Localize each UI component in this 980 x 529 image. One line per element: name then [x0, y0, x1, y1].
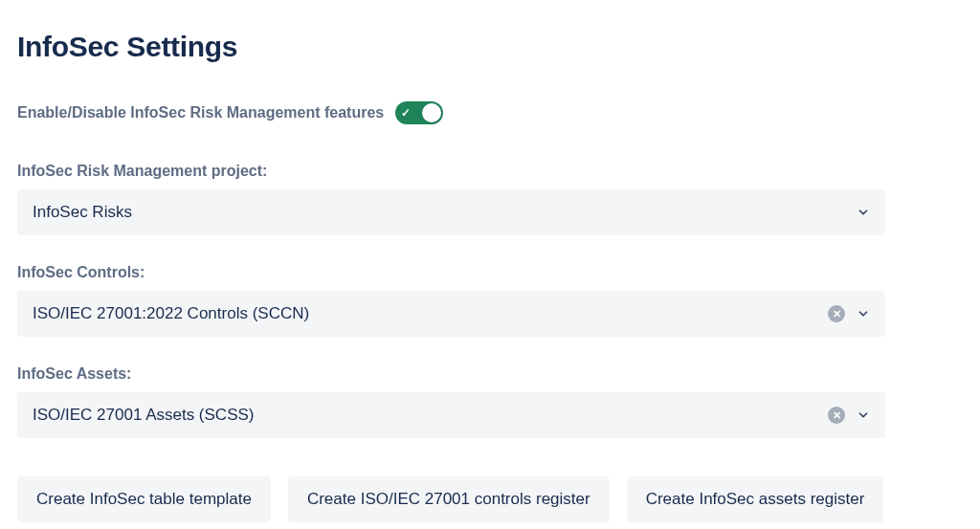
- feature-toggle-row: Enable/Disable InfoSec Risk Management f…: [17, 101, 963, 124]
- controls-select-value: ISO/IEC 27001:2022 Controls (SCCN): [33, 304, 828, 323]
- assets-select-value: ISO/IEC 27001 Assets (SCSS): [33, 406, 828, 425]
- chevron-down-icon: [857, 307, 870, 320]
- project-select[interactable]: InfoSec Risks: [17, 189, 885, 235]
- create-assets-register-button[interactable]: Create InfoSec assets register: [627, 476, 884, 522]
- assets-field-label: InfoSec Assets:: [17, 365, 963, 383]
- chevron-down-icon: [857, 206, 870, 219]
- chevron-down-icon: [857, 408, 870, 422]
- assets-field-group: InfoSec Assets: ISO/IEC 27001 Assets (SC…: [17, 365, 963, 438]
- create-controls-register-button[interactable]: Create ISO/IEC 27001 controls register: [288, 476, 610, 522]
- page-title: InfoSec Settings: [17, 31, 963, 63]
- clear-icon[interactable]: ✕: [828, 407, 845, 424]
- controls-field-label: InfoSec Controls:: [17, 264, 963, 281]
- feature-toggle-label: Enable/Disable InfoSec Risk Management f…: [17, 104, 384, 121]
- toggle-knob: [422, 103, 441, 122]
- controls-select[interactable]: ISO/IEC 27001:2022 Controls (SCCN) ✕: [17, 291, 885, 337]
- controls-field-group: InfoSec Controls: ISO/IEC 27001:2022 Con…: [17, 264, 963, 337]
- create-table-template-button[interactable]: Create InfoSec table template: [17, 476, 271, 522]
- check-icon: ✓: [401, 107, 411, 119]
- action-button-row: Create InfoSec table template Create ISO…: [17, 476, 963, 522]
- feature-toggle[interactable]: ✓: [395, 101, 443, 124]
- project-field-label: InfoSec Risk Management project:: [17, 163, 963, 180]
- assets-select[interactable]: ISO/IEC 27001 Assets (SCSS) ✕: [17, 392, 885, 438]
- clear-icon[interactable]: ✕: [828, 305, 845, 322]
- project-field-group: InfoSec Risk Management project: InfoSec…: [17, 163, 963, 235]
- project-select-value: InfoSec Risks: [33, 203, 857, 222]
